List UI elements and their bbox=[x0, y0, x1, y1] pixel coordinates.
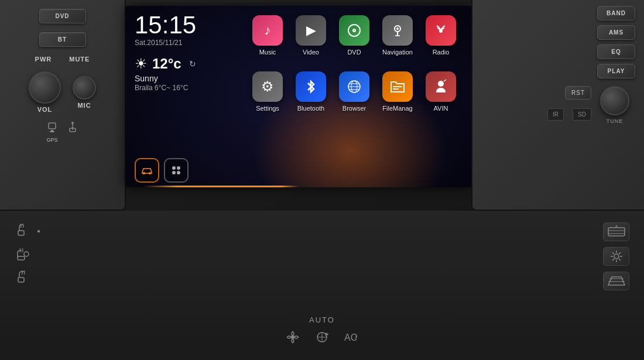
svg-text:AC: AC bbox=[344, 332, 357, 342]
browser-icon-box[interactable] bbox=[339, 71, 369, 102]
dvd-label: DVD bbox=[347, 49, 361, 56]
radio-icon-box[interactable] bbox=[426, 15, 456, 46]
dvd-icon-box[interactable] bbox=[339, 15, 369, 46]
bt-button[interactable]: BT bbox=[39, 32, 86, 47]
mic-knob[interactable] bbox=[73, 76, 96, 100]
vol-knob[interactable] bbox=[29, 71, 61, 104]
bluetooth-icon-box[interactable] bbox=[296, 71, 326, 102]
dash-right bbox=[468, 211, 644, 360]
sd-button[interactable]: SD bbox=[573, 108, 591, 121]
app-settings[interactable]: ⚙ Settings bbox=[248, 71, 287, 124]
usb-icon bbox=[67, 122, 78, 135]
app-navigation[interactable]: Navigation bbox=[378, 15, 417, 68]
app-avin[interactable]: AVIN bbox=[421, 71, 461, 124]
weather-condition: Sunny bbox=[135, 74, 196, 83]
band-button[interactable]: BAND bbox=[597, 6, 635, 20]
bluetooth-label: Bluetooth bbox=[297, 105, 324, 112]
seat-heat-1: ● bbox=[15, 222, 161, 239]
dash-left: ● bbox=[0, 211, 176, 360]
play-button[interactable]: PLAY bbox=[597, 64, 635, 78]
settings-label: Settings bbox=[256, 105, 279, 112]
settings2-button[interactable] bbox=[603, 247, 629, 266]
dash-center: AUTO bbox=[176, 211, 468, 360]
fan-direction-button[interactable] bbox=[313, 330, 331, 348]
svg-rect-2 bbox=[50, 131, 54, 132]
apps-grid: ♪ Music ▶ Video DVD bbox=[243, 11, 465, 129]
ir-button[interactable]: IR bbox=[547, 108, 564, 121]
weather-block: ☀ 12°c ↻ Sunny Braila 6°C~ 16°C bbox=[135, 56, 196, 92]
dots-button[interactable] bbox=[164, 158, 189, 183]
svg-rect-24 bbox=[393, 88, 399, 90]
weather-icon: ☀ bbox=[135, 56, 148, 72]
temperature-display: 12°c bbox=[152, 56, 181, 72]
gps-label: GPS bbox=[46, 137, 57, 143]
car-icon-button[interactable] bbox=[135, 158, 159, 183]
svg-point-11 bbox=[177, 171, 180, 174]
svg-rect-23 bbox=[393, 86, 402, 87]
mute-label: MUTE bbox=[69, 56, 90, 63]
pwr-label: PWR bbox=[35, 56, 52, 63]
svg-point-29 bbox=[24, 252, 29, 256]
rear-defrost-button[interactable] bbox=[603, 222, 629, 241]
svg-rect-0 bbox=[49, 123, 56, 129]
app-dvd[interactable]: DVD bbox=[334, 15, 374, 68]
refresh-icon[interactable]: ↻ bbox=[189, 59, 196, 68]
screen-indicator bbox=[126, 186, 471, 187]
rear-window-button[interactable] bbox=[603, 272, 629, 290]
mic-label: MIC bbox=[77, 102, 91, 109]
svg-point-7 bbox=[149, 172, 151, 174]
video-icon-box[interactable]: ▶ bbox=[296, 15, 326, 46]
app-bluetooth[interactable]: Bluetooth bbox=[291, 71, 331, 124]
dvd-button[interactable]: DVD bbox=[39, 9, 86, 23]
svg-rect-34 bbox=[608, 228, 625, 236]
seat-heat-3 bbox=[15, 269, 161, 286]
avin-label: AVIN bbox=[434, 105, 448, 112]
svg-point-37 bbox=[614, 254, 619, 259]
car-interior: DVD BT PWR MUTE VOL MIC bbox=[0, 0, 644, 360]
weather-range: Braila 6°C~ 16°C bbox=[135, 84, 196, 92]
svg-rect-28 bbox=[18, 256, 25, 260]
music-icon-box[interactable]: ♪ bbox=[252, 15, 283, 46]
svg-point-17 bbox=[439, 29, 443, 33]
svg-point-6 bbox=[143, 172, 145, 174]
tune-label: TUNE bbox=[607, 118, 624, 124]
app-filemanag[interactable]: FileManag bbox=[378, 71, 417, 124]
svg-rect-30 bbox=[18, 277, 24, 282]
tune-knob[interactable] bbox=[600, 86, 629, 115]
app-video[interactable]: ▶ Video bbox=[291, 15, 331, 68]
video-label: Video bbox=[303, 49, 319, 56]
filemanag-icon-box[interactable] bbox=[382, 71, 413, 102]
auto-label: AUTO bbox=[309, 316, 335, 324]
app-browser[interactable]: Browser bbox=[334, 71, 374, 124]
app-music[interactable]: ♪ Music bbox=[248, 15, 287, 68]
seat-heat-2 bbox=[15, 246, 161, 262]
vol-label: VOL bbox=[37, 106, 53, 113]
svg-point-31 bbox=[291, 335, 294, 339]
settings-icon-box[interactable]: ⚙ bbox=[252, 71, 283, 102]
climate-icons-row: AC bbox=[285, 329, 359, 348]
nav-icon-box[interactable] bbox=[382, 15, 413, 46]
head-unit-screen: 15:15 Sat.2015/11/21 ☀ 12°c ↻ Sunny Brai… bbox=[126, 6, 471, 187]
left-panel: DVD BT PWR MUTE VOL MIC bbox=[0, 0, 126, 211]
music-label: Music bbox=[259, 49, 276, 56]
eq-button[interactable]: EQ bbox=[597, 44, 635, 59]
ac-button[interactable]: AC bbox=[343, 329, 359, 348]
right-panel: BAND AMS EQ PLAY RST IR SD TUNE bbox=[471, 0, 644, 211]
dashboard-bottom: ● AUTO bbox=[0, 211, 644, 360]
navigation-label: Navigation bbox=[382, 49, 413, 56]
filemanag-label: FileManag bbox=[382, 105, 412, 112]
browser-label: Browser bbox=[342, 105, 366, 112]
radio-label: Radio bbox=[433, 49, 450, 56]
avin-icon-box[interactable] bbox=[426, 71, 456, 102]
screen-bottom-row bbox=[135, 158, 189, 183]
svg-point-10 bbox=[172, 171, 176, 174]
ams-button[interactable]: AMS bbox=[597, 25, 635, 40]
svg-point-25 bbox=[438, 81, 444, 87]
gps-icon bbox=[46, 122, 58, 135]
svg-rect-27 bbox=[18, 231, 24, 235]
svg-point-8 bbox=[172, 166, 176, 170]
rst-button[interactable]: RST bbox=[565, 86, 591, 100]
fan-speed-button[interactable] bbox=[285, 329, 301, 348]
app-radio[interactable]: Radio bbox=[421, 15, 461, 68]
svg-line-26 bbox=[444, 80, 446, 81]
